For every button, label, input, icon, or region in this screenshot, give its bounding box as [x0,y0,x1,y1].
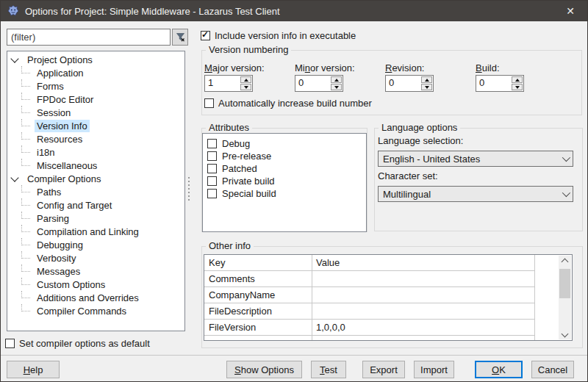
grid-row[interactable]: FileDescription [204,303,534,320]
tree-connector [21,93,30,100]
spin-up-button[interactable] [240,76,251,83]
chevron-up-icon [562,258,569,265]
test-button[interactable]: Test [311,361,346,378]
attribute-item[interactable]: Special build [207,187,366,200]
spin-edit[interactable]: 0 [295,75,343,92]
attribute-item[interactable]: Debug [207,137,366,150]
tree-item[interactable]: Config and Target [7,198,184,212]
chevron-down-icon [562,189,570,197]
tree-item[interactable]: Paths [7,185,184,198]
scroll-up-button[interactable] [559,256,571,267]
spin-down-button[interactable] [512,84,523,90]
tree-item[interactable]: Forms [7,79,184,93]
grid-header-row: Key Value [204,255,534,271]
spin-edit[interactable]: 0 [476,75,524,92]
tree-connector [21,198,30,206]
scroll-down-button[interactable] [559,328,571,339]
include-version-checkbox[interactable] [201,31,210,40]
character-set-combobox[interactable]: Multilingual [378,186,573,202]
show-options-button[interactable]: Show Options [226,361,302,378]
auto-increase-checkbox[interactable] [204,98,214,108]
cancel-button[interactable]: Cancel [531,361,574,378]
grid-column-divider [312,255,312,340]
attribute-checkbox[interactable] [207,189,217,198]
tree-item-label: Resources [35,133,85,145]
attribute-label: Debug [222,138,250,149]
include-version-checkbox-row[interactable]: Include version info in executable [201,30,356,41]
grid-key-cell: Comments [204,273,312,284]
spin-down-button[interactable] [240,84,251,90]
chevron-down-icon[interactable] [10,173,18,181]
clear-filter-button[interactable] [172,29,188,46]
chevron-down-icon [562,154,570,162]
tree-item[interactable]: Miscellaneous [7,159,184,172]
tree-item-label: Debugging [35,239,85,251]
help-button[interactable]: Help [7,361,60,378]
attribute-item[interactable]: Pre-release [207,150,366,162]
tree-item[interactable]: Custom Options [7,278,184,291]
tree-item[interactable]: Project Options [7,53,184,66]
tree-connector [21,291,30,298]
tree-item[interactable]: i18n [7,145,184,159]
tree-item[interactable]: Additions and Overrides [7,291,184,304]
export-button[interactable]: Export [362,361,405,378]
filter-input[interactable] [7,29,171,46]
grid-key-cell: InternalName [204,338,312,341]
grid-row[interactable]: Comments [204,271,534,287]
close-icon[interactable]: ✕ [553,1,587,21]
splitter-grip[interactable] [188,177,190,202]
tree-item[interactable]: Compilation and Linking [7,225,184,238]
attribute-item[interactable]: Private build [207,175,366,187]
spin-down-button[interactable] [421,84,432,90]
attribute-checkbox[interactable] [207,176,217,186]
grid-key-cell: FileDescription [204,306,312,317]
tree-item[interactable]: Session [7,106,184,119]
other-info-title: Other info [206,240,254,251]
spin-up-button[interactable] [512,76,523,83]
tree-connector [21,106,30,113]
funnel-x-icon [176,32,185,42]
tree-item-label: Additions and Overrides [35,292,141,304]
spin-value: 0 [295,76,330,91]
set-default-checkbox-row[interactable]: Set compiler options as default [5,338,150,349]
language-selection-combobox[interactable]: English - United States [378,151,573,167]
spin-edit[interactable]: 1 [204,75,253,92]
spin-down-button[interactable] [331,84,342,90]
tree-item[interactable]: Resources [7,132,184,145]
import-button[interactable]: Import [414,361,454,378]
spin-edit[interactable]: 0 [385,75,434,92]
tree-item-label: Forms [35,80,66,93]
tree-item[interactable]: Debugging [7,238,184,251]
ok-button[interactable]: OK [475,361,523,378]
spin-value: 1 [205,76,240,91]
grid-row[interactable]: CompanyName [204,287,534,303]
scrollbar-thumb[interactable] [559,269,570,298]
auto-increase-checkbox-row[interactable]: Automatically increase build number [204,98,372,109]
language-selection-label: Language selection: [378,135,463,146]
set-default-checkbox[interactable] [5,339,15,348]
set-default-label: Set compiler options as default [19,338,150,349]
attribute-checkbox[interactable] [207,151,217,161]
attribute-label: Patched [222,163,257,174]
chevron-down-icon[interactable] [10,54,18,62]
tree-item[interactable]: Application [7,66,184,79]
vertical-scrollbar[interactable] [559,256,571,339]
spin-up-button[interactable] [331,76,342,83]
tree-item-label: Config and Target [35,199,114,212]
spin-up-button[interactable] [421,76,432,83]
tree-item[interactable]: Verbosity [7,251,184,264]
version-field: Build: 0 [476,62,566,92]
attribute-item[interactable]: Patched [207,162,366,175]
tree-item[interactable]: Compiler Commands [7,304,184,317]
attribute-checkbox[interactable] [207,139,217,148]
grid-row[interactable]: FileVersion 1,0,0,0 [204,320,534,336]
tree-item[interactable]: Parsing [7,212,184,225]
tree-item[interactable]: FPDoc Editor [7,93,184,106]
tree-item[interactable]: Compiler Options [7,172,184,185]
tree-item[interactable]: Version Info [7,119,184,132]
grid-row[interactable]: InternalName [204,336,534,341]
attribute-checkbox[interactable] [207,164,217,173]
tree-connector [21,145,30,153]
tree-item-label: Paths [35,186,63,198]
tree-item[interactable]: Messages [7,264,184,278]
